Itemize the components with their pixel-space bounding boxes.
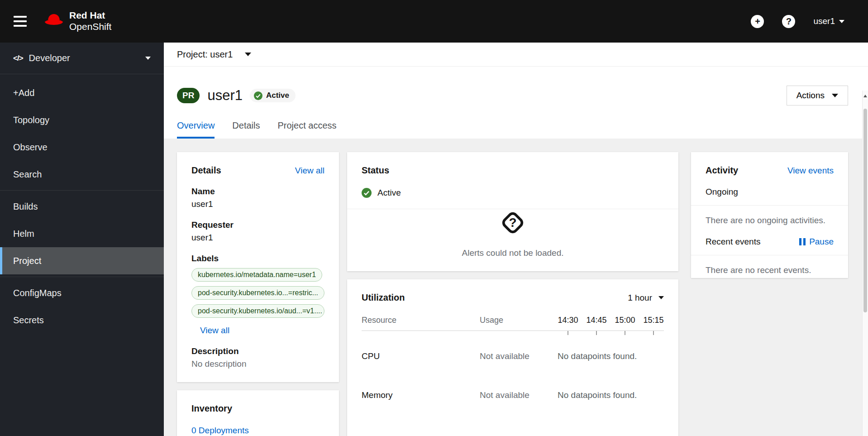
recent-events-label: Recent events xyxy=(706,237,760,247)
sidebar-item-label: Search xyxy=(13,169,42,180)
sidebar-item-label: ConfigMaps xyxy=(13,288,62,298)
user-menu[interactable]: user1 xyxy=(813,16,844,26)
tab-label: Project access xyxy=(278,120,337,130)
utilization-card-title: Utilization xyxy=(362,292,405,303)
help-icon[interactable]: ? xyxy=(782,15,795,28)
sidebar-item-observe[interactable]: Observe xyxy=(0,134,164,161)
resource-chart-message: No datapoints found. xyxy=(558,390,664,400)
perspective-switcher[interactable]: </> Developer xyxy=(0,43,164,74)
masthead-toolbar: + ? user1 xyxy=(751,15,844,28)
status-card-title: Status xyxy=(362,165,664,176)
status-active-row: Active xyxy=(362,188,664,198)
time-tick-label: 15:15 xyxy=(643,316,664,325)
duration-label: 1 hour xyxy=(628,293,652,303)
details-card: Details View all Name user1 Requester us… xyxy=(177,152,339,382)
time-tick-label: 15:00 xyxy=(615,316,635,325)
scrollbar-up-arrow-icon[interactable] xyxy=(863,95,867,97)
chevron-down-icon xyxy=(245,53,251,56)
sidebar-item-topology[interactable]: Topology xyxy=(0,106,164,134)
time-tick-label: 14:45 xyxy=(586,316,607,325)
deployments-link[interactable]: 0 Deployments xyxy=(191,426,324,436)
title-row: PR user1 Active Actions xyxy=(177,86,848,105)
status-active-label: Active xyxy=(377,188,401,198)
resource-column-header: Resource xyxy=(362,316,480,325)
vertical-scrollbar[interactable] xyxy=(862,91,868,436)
add-circle-icon[interactable]: + xyxy=(751,15,764,28)
ongoing-section-header: Ongoing xyxy=(706,187,834,197)
chevron-down-icon xyxy=(145,57,151,60)
tab-overview[interactable]: Overview xyxy=(177,120,215,139)
page-header: PR user1 Active Actions xyxy=(164,67,868,139)
openshift-console: Red Hat OpenShift + ? user1 </> Develope… xyxy=(0,0,868,436)
details-view-all-link[interactable]: View all xyxy=(295,166,324,176)
resource-usage: Not available xyxy=(480,351,558,361)
menu-toggle-icon[interactable] xyxy=(14,16,27,27)
scrollbar-thumb[interactable] xyxy=(863,109,867,312)
pause-button[interactable]: Pause xyxy=(799,237,834,247)
perspective-label: Developer xyxy=(29,53,139,63)
sidebar-divider xyxy=(0,190,164,191)
duration-dropdown[interactable]: 1 hour xyxy=(628,293,664,303)
utilization-row-memory: Memory Not available No datapoints found… xyxy=(362,390,664,400)
project-selector[interactable]: Project: user1 xyxy=(164,43,868,67)
sidebar-item-search[interactable]: Search xyxy=(0,161,164,188)
sidebar-item-secrets[interactable]: Secrets xyxy=(0,307,164,334)
tab-label: Details xyxy=(232,120,260,130)
view-events-link[interactable]: View events xyxy=(787,166,834,176)
activity-card-title: Activity xyxy=(706,165,738,176)
pause-icon xyxy=(799,238,806,245)
center-column: Status Active xyxy=(347,152,678,436)
logo-text: Red Hat OpenShift xyxy=(69,10,111,33)
actions-button[interactable]: Actions xyxy=(787,86,848,105)
divider xyxy=(691,205,848,206)
svg-text:?: ? xyxy=(509,216,516,230)
tab-project-access[interactable]: Project access xyxy=(278,120,337,139)
activity-card: Activity View events Ongoing There are n… xyxy=(691,152,848,278)
sidebar-item-project[interactable]: Project xyxy=(0,247,164,274)
sidebar-item-add[interactable]: +Add xyxy=(0,79,164,106)
unknown-alert-icon: ? xyxy=(499,209,526,236)
recent-events-empty-message: There are no recent events. xyxy=(706,265,834,275)
layout: </> Developer +Add Topology Observe Sear… xyxy=(0,43,868,436)
utilization-row-cpu: CPU Not available No datapoints found. xyxy=(362,351,664,361)
sidebar-item-label: +Add xyxy=(13,88,34,98)
time-axis xyxy=(362,331,664,335)
label-chip[interactable]: pod-security.kubernetes.io...=restric... xyxy=(191,286,324,300)
chevron-down-icon xyxy=(832,94,838,97)
logo-line1: Red Hat xyxy=(69,10,111,21)
status-badge: Active xyxy=(250,89,296,102)
labels-label: Labels xyxy=(191,254,324,264)
time-tick-label: 14:30 xyxy=(558,316,578,325)
chevron-down-icon xyxy=(658,296,664,299)
resource-usage: Not available xyxy=(480,390,558,400)
sidebar-item-label: Secrets xyxy=(13,315,44,326)
time-axis-ticks xyxy=(558,331,664,335)
labels-view-all-link[interactable]: View all xyxy=(200,326,229,335)
description-value: No description xyxy=(191,359,324,369)
sidebar-item-builds[interactable]: Builds xyxy=(0,193,164,220)
inventory-card: Inventory 0 Deployments xyxy=(177,390,339,436)
sidebar-item-label: Helm xyxy=(13,229,34,239)
divider xyxy=(691,255,848,255)
name-value: user1 xyxy=(191,199,324,209)
requester-label: Requester xyxy=(191,220,324,230)
chevron-down-icon xyxy=(839,20,844,23)
sidebar-item-helm[interactable]: Helm xyxy=(0,220,164,247)
right-column: Activity View events Ongoing There are n… xyxy=(691,152,848,436)
redhat-hat-icon xyxy=(43,13,64,30)
recent-events-section-header: Recent events Pause xyxy=(706,237,834,247)
resource-name: CPU xyxy=(362,351,480,361)
sidebar-item-label: Builds xyxy=(13,201,38,212)
sidebar-divider xyxy=(0,277,164,277)
pause-button-label: Pause xyxy=(809,237,834,247)
sidebar-item-configmaps[interactable]: ConfigMaps xyxy=(0,279,164,307)
tabs: Overview Details Project access xyxy=(177,120,848,139)
label-chip[interactable]: kubernetes.io/metadata.name=user1 xyxy=(191,268,322,282)
label-chip[interactable]: pod-security.kubernetes.io/aud...=v1.... xyxy=(191,304,324,318)
resource-chart-message: No datapoints found. xyxy=(558,351,664,361)
ongoing-empty-message: There are no ongoing activities. xyxy=(706,216,834,225)
alerts-empty-state: ? Alerts could not be loaded. xyxy=(362,209,664,258)
tab-details[interactable]: Details xyxy=(232,120,260,139)
name-label: Name xyxy=(191,187,324,196)
main-content: Project: user1 PR user1 Active xyxy=(164,43,868,436)
